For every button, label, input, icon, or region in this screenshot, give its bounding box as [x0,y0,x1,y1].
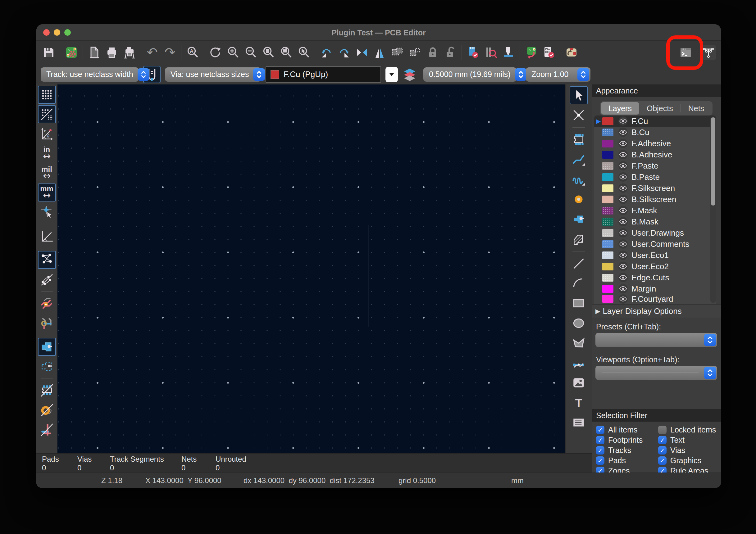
filter-item[interactable]: Locked items [658,425,718,435]
flip-horizontal-icon[interactable] [354,45,369,60]
sketch-footprints-icon[interactable] [38,381,56,399]
pcb-trace-text-plugin-button[interactable] [701,45,716,60]
viewports-dropdown[interactable] [595,366,717,380]
update-pcb-icon[interactable] [466,45,480,60]
filter-item[interactable]: ✓ Vias [658,445,718,455]
layer-color-swatch[interactable] [602,229,613,237]
layer-row[interactable]: F.Mask [594,205,716,216]
layer-row[interactable]: B.Adhesive [594,149,716,160]
add-zone-icon[interactable] [570,210,588,228]
layer-row[interactable]: Margin [594,283,716,294]
visibility-toggle[interactable] [618,273,628,282]
checkbox[interactable]: ✓ [658,456,666,465]
sketch-through-hole-icon[interactable] [38,420,56,439]
schematic-sync-icon[interactable] [524,45,539,60]
layer-color-swatch[interactable] [602,252,613,259]
checkbox[interactable]: ✓ [596,426,605,434]
lock-icon[interactable] [425,45,440,60]
footprint-update-icon[interactable] [564,45,579,60]
layer-color-swatch[interactable] [602,151,613,159]
track-display-mode-icon[interactable] [38,294,56,312]
layer-row[interactable]: F.Adhesive [594,138,716,149]
local-ratsnest-icon[interactable] [570,106,588,124]
layer-row[interactable]: User.Comments [594,238,716,250]
zoom-in-icon[interactable] [226,45,240,60]
checkbox[interactable]: ✓ [596,456,605,465]
show-grid-icon[interactable] [38,86,56,104]
search-icon[interactable]: A [185,45,200,60]
checkbox[interactable] [658,426,666,434]
draw-polygon-icon[interactable] [570,334,588,352]
via-display-mode-icon[interactable] [38,314,56,332]
layer-color-swatch[interactable] [602,173,613,181]
layer-color-swatch[interactable] [602,295,613,303]
via-size-dropdown[interactable]: Via: use netclass sizes [165,67,261,82]
board-setup-icon[interactable] [64,45,79,60]
track-width-dropdown[interactable]: Track: use netclass width [41,67,139,82]
layer-color-swatch[interactable] [602,162,613,170]
rotate-ccw-icon[interactable] [319,45,334,60]
filter-item[interactable]: ✓ All items [596,425,658,435]
checkbox[interactable]: ✓ [596,446,605,455]
draw-arc-icon[interactable] [570,275,588,292]
checkbox[interactable]: ✓ [658,446,666,455]
layer-row[interactable]: F.Paste [594,160,716,172]
visibility-toggle[interactable] [618,206,628,215]
grid-overrides-icon[interactable] [38,105,56,123]
zoom-selection-icon[interactable] [296,45,311,60]
filter-item[interactable]: ✓ Text [658,435,718,445]
undo-icon[interactable]: ↶ [145,45,160,60]
zoom-dropdown[interactable]: Zoom 1.00 [526,67,590,82]
curved-ratsnest-icon[interactable] [38,270,56,288]
print-icon[interactable] [104,45,119,60]
layer-color-swatch[interactable] [602,117,613,125]
refresh-icon[interactable] [208,45,223,60]
add-via-icon[interactable] [570,190,588,208]
layer-row[interactable]: User.Eco1 [594,250,716,261]
zoom-fit-page-icon[interactable] [261,45,276,60]
add-rule-area-icon[interactable] [570,230,588,248]
polar-coordinates-icon[interactable]: rθ [38,125,56,143]
pcb-canvas[interactable] [58,85,565,453]
add-textbox-icon[interactable] [570,414,588,432]
layer-color-swatch[interactable] [602,184,613,192]
coordinate-axes-icon[interactable] [38,227,56,245]
filter-item[interactable]: ✓ Pads [596,455,658,466]
layer-row[interactable]: F.Courtyard [594,294,716,303]
zoom-fit-objects-icon[interactable] [279,45,293,60]
draw-line-icon[interactable] [570,254,588,273]
visibility-toggle[interactable] [618,128,628,137]
active-layer-selector[interactable]: F.Cu (PgUp) [266,66,381,83]
visibility-toggle[interactable] [618,262,628,271]
layer-color-swatch[interactable] [602,207,613,215]
page-settings-icon[interactable] [87,45,101,60]
layer-stack-icon[interactable] [402,67,417,82]
layer-row[interactable]: B.Mask [594,216,716,227]
tab-nets[interactable]: Nets [681,102,712,115]
presets-dropdown[interactable] [595,333,717,347]
flip-vertical-icon[interactable] [372,45,387,60]
add-text-icon[interactable]: T [570,394,588,412]
units-mm-icon[interactable]: mm↔ [38,183,56,201]
visibility-toggle[interactable] [618,294,628,304]
layer-color-swatch[interactable] [602,196,613,203]
checkbox[interactable]: ✓ [658,436,666,444]
layer-display-options[interactable]: ▶ Layer Display Options [592,304,721,318]
route-tracks-icon[interactable] [570,150,588,169]
track-width-value-dropdown[interactable]: 0.5000 mm (19.69 mils) [423,67,517,82]
zone-outline-icon[interactable] [38,357,56,375]
layer-color-swatch[interactable] [602,274,613,281]
visibility-toggle[interactable] [618,172,628,182]
layer-color-swatch[interactable] [602,240,613,248]
full-crosshair-icon[interactable] [38,203,56,221]
visibility-toggle[interactable] [618,139,628,148]
visibility-toggle[interactable] [618,251,628,260]
layer-color-swatch[interactable] [602,128,613,136]
filter-item[interactable]: ✓ Graphics [658,455,718,466]
drill-origin-icon[interactable] [501,45,516,60]
save-icon[interactable] [41,45,56,60]
group-icon[interactable] [390,45,405,60]
visibility-toggle[interactable] [618,195,628,204]
redo-icon[interactable]: ↷ [162,45,177,60]
visibility-toggle[interactable] [618,150,628,159]
